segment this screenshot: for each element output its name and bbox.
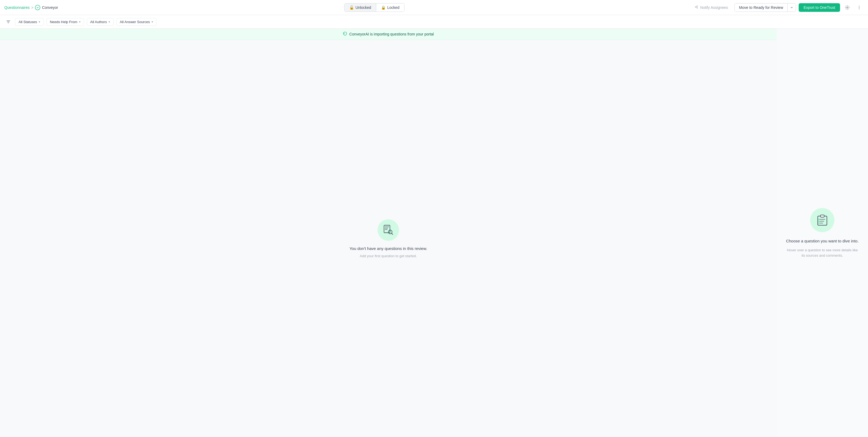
- filter-icon-button[interactable]: [4, 18, 12, 26]
- side-panel-title: Choose a question you want to dive into.: [786, 239, 859, 243]
- filterbar: All Statuses ▾ Needs Help From ▾ All Aut…: [0, 15, 868, 29]
- move-review-caret-button[interactable]: [788, 3, 796, 11]
- topbar-right: Notify Assignees Move to Ready for Revie…: [691, 3, 864, 12]
- lock-toggle-container: 🔓 Unlocked 🔒 Locked: [61, 3, 687, 12]
- needs-help-caret: ▾: [79, 20, 81, 24]
- svg-point-1: [847, 7, 848, 8]
- import-banner: ConveyorAI is importing questions from y…: [0, 29, 777, 40]
- empty-document-icon: [382, 224, 394, 236]
- notify-label: Notify Assignees: [700, 5, 728, 10]
- all-authors-label: All Authors: [90, 20, 107, 24]
- main-layout: ConveyorAI is importing questions from y…: [0, 29, 868, 437]
- notify-assignees-button[interactable]: Notify Assignees: [691, 3, 732, 12]
- locked-button[interactable]: 🔒 Locked: [376, 3, 404, 11]
- all-answer-sources-caret: ▾: [152, 20, 153, 24]
- empty-subtitle: Add your first question to get started.: [360, 254, 417, 258]
- svg-point-3: [859, 7, 860, 8]
- current-page-title: Conveyor: [42, 5, 58, 10]
- svg-point-12: [818, 223, 819, 224]
- settings-button[interactable]: [843, 3, 852, 12]
- side-panel-subtitle: Hover over a question to see more detail…: [785, 248, 860, 258]
- more-options-button[interactable]: [855, 3, 864, 12]
- unlocked-button[interactable]: 🔓 Unlocked: [344, 3, 376, 11]
- caret-down-icon: [790, 6, 793, 9]
- svg-point-11: [818, 221, 819, 222]
- svg-point-4: [859, 8, 860, 9]
- all-statuses-caret: ▾: [39, 20, 40, 24]
- all-statuses-dropdown[interactable]: All Statuses ▾: [15, 18, 44, 26]
- needs-help-dropdown[interactable]: Needs Help From ▾: [46, 18, 84, 26]
- empty-title: You don't have any questions in this rev…: [349, 246, 427, 251]
- needs-help-label: Needs Help From: [50, 20, 78, 24]
- all-authors-dropdown[interactable]: All Authors ▾: [87, 18, 114, 26]
- svg-rect-5: [384, 225, 390, 233]
- empty-state: You don't have any questions in this rev…: [349, 219, 427, 258]
- svg-rect-8: [818, 216, 827, 225]
- move-review-button[interactable]: Move to Ready for Review: [735, 3, 787, 11]
- side-panel: Choose a question you want to dive into.…: [777, 29, 868, 437]
- svg-point-2: [859, 6, 860, 6]
- lock-icon: 🔒: [381, 5, 385, 10]
- breadcrumb-current: Conveyor: [35, 5, 58, 10]
- notify-icon: [694, 5, 699, 10]
- svg-point-10: [818, 219, 819, 220]
- filter-icon: [6, 20, 10, 24]
- breadcrumb: Questionnaires > Conveyor: [4, 5, 58, 10]
- questions-panel-wrapper: ConveyorAI is importing questions from y…: [0, 29, 777, 437]
- breadcrumb-link-questionnaires[interactable]: Questionnaires: [4, 5, 30, 10]
- questions-content: You don't have any questions in this rev…: [0, 40, 777, 437]
- all-authors-caret: ▾: [108, 20, 110, 24]
- import-banner-text: ConveyorAI is importing questions from y…: [349, 32, 434, 36]
- move-review-group: Move to Ready for Review: [735, 3, 796, 12]
- all-answer-sources-label: All Answer Sources: [120, 20, 150, 24]
- export-onetrust-button[interactable]: Export to OneTrust: [799, 3, 840, 12]
- clipboard-icon: [815, 213, 829, 227]
- lock-toggle: 🔓 Unlocked 🔒 Locked: [344, 3, 405, 12]
- all-answer-sources-dropdown[interactable]: All Answer Sources ▾: [116, 18, 157, 26]
- conveyor-icon: [35, 5, 40, 10]
- locked-label: Locked: [387, 5, 399, 10]
- more-icon: [857, 5, 862, 10]
- empty-state-icon: [378, 219, 399, 241]
- breadcrumb-separator: >: [31, 5, 33, 10]
- topbar: Questionnaires > Conveyor 🔓 Unlocked 🔒 L…: [0, 0, 868, 15]
- side-panel-icon: [810, 208, 834, 232]
- unlock-icon: 🔓: [349, 5, 354, 10]
- import-refresh-icon: [343, 31, 347, 37]
- unlocked-label: Unlocked: [355, 5, 371, 10]
- all-statuses-label: All Statuses: [19, 20, 37, 24]
- gear-icon: [845, 5, 850, 10]
- svg-rect-9: [820, 215, 824, 217]
